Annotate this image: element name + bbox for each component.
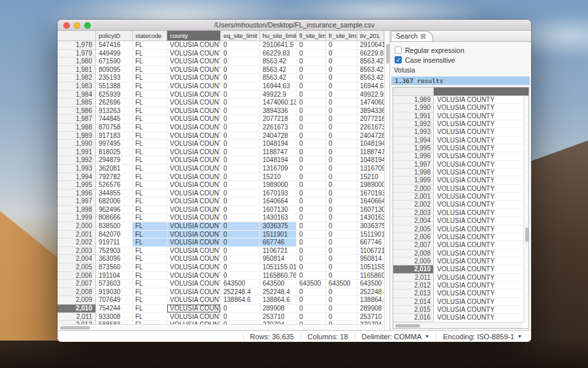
cell-statecode[interactable]: FL — [133, 124, 167, 132]
cell-fl_site_limit[interactable]: 0 — [297, 124, 326, 132]
search-results-horizontal-scrollbar[interactable] — [393, 322, 523, 328]
cell-tiv_201[interactable]: 3894336 — [357, 107, 384, 116]
cell-tiv_201[interactable]: 1511901 — [357, 231, 384, 239]
search-result-value[interactable]: VOLUSIA COUNTY — [434, 161, 529, 169]
cell-fl_site_limit[interactable]: 0 — [297, 50, 326, 58]
cell-county[interactable]: VOLUSIA COUNTY — [167, 313, 221, 322]
search-result-rownum[interactable]: 1,999 — [393, 176, 434, 184]
cell-policyID[interactable]: 625939 — [96, 91, 133, 99]
cell-hu_site_limit[interactable]: 252248.4 — [260, 288, 297, 297]
cell-tiv_201[interactable]: 1430163 — [357, 214, 384, 222]
search-result-value[interactable]: VOLUSIA COUNTY — [434, 128, 529, 136]
cell-policyID[interactable]: 752903 — [96, 247, 133, 256]
cell-statecode[interactable]: FL — [133, 58, 167, 66]
search-result-rownum[interactable]: 2,008 — [393, 250, 434, 258]
row-number-cell[interactable]: 2,006 — [57, 272, 96, 280]
cell-fr_site_limit[interactable]: 0 — [326, 156, 357, 165]
cell-policyID[interactable]: 547416 — [96, 41, 133, 50]
cell-fl_site_limit[interactable]: 0 — [297, 222, 326, 231]
cell-policyID[interactable]: 362081 — [96, 165, 133, 173]
row-number-cell[interactable]: 1,994 — [57, 173, 96, 182]
cell-fr_site_limit[interactable]: 0 — [326, 148, 357, 157]
row-number-cell[interactable]: 1,992 — [57, 156, 96, 165]
row-number-cell[interactable]: 1,981 — [57, 66, 96, 75]
cell-hu_site_limit[interactable]: 1430163 — [260, 214, 297, 222]
row-number-cell[interactable]: 2,010 — [57, 305, 96, 313]
row-number-cell[interactable]: 2,000 — [57, 222, 96, 231]
search-result-rownum[interactable]: 2,005 — [393, 226, 434, 233]
cell-tiv_201[interactable]: 667746 — [357, 239, 384, 247]
cell-tiv_201[interactable]: 1640664 — [357, 197, 384, 206]
row-number-cell[interactable]: 1,990 — [57, 140, 96, 148]
cell-hu_site_limit[interactable]: 1989000 — [260, 181, 297, 190]
search-result-rownum[interactable]: 2,009 — [393, 258, 434, 265]
cell-county[interactable]: VOLUSIA COUNTY — [167, 247, 221, 256]
cell-fr_site_limit[interactable]: 0 — [326, 272, 357, 280]
search-result-value[interactable]: VOLUSIA COUNTY — [434, 137, 529, 144]
search-result-value[interactable]: VOLUSIA COUNTY — [434, 233, 529, 241]
row-number-cell[interactable]: 1,980 — [57, 58, 96, 66]
cell-fr_site_limit[interactable]: 0 — [326, 231, 357, 239]
search-input[interactable]: Volusia — [393, 66, 529, 75]
cell-county[interactable]: VOLUSIA COUNTY — [167, 190, 221, 198]
cell-statecode[interactable]: FL — [133, 214, 167, 222]
cell-policyID[interactable]: 235193 — [96, 74, 133, 82]
cell-statecode[interactable]: FL — [133, 305, 167, 313]
row-number-cell[interactable]: 1,997 — [57, 197, 96, 206]
cell-eq_site_limit[interactable]: 0 — [221, 214, 260, 222]
cell-fl_site_limit[interactable]: 0 — [297, 156, 326, 165]
cell-tiv_201[interactable]: 1989000 — [357, 181, 384, 190]
row-number-cell[interactable]: 2,008 — [57, 288, 96, 297]
search-result-rownum[interactable]: 2,012 — [393, 282, 434, 290]
search-result-rownum[interactable]: 1,996 — [393, 152, 434, 160]
status-encoding[interactable]: Encoding: ISO-8859-1▼ — [436, 333, 529, 341]
cell-eq_site_limit[interactable]: 0 — [221, 272, 260, 280]
search-result-value[interactable]: VOLUSIA COUNTY — [434, 306, 529, 314]
cell-county[interactable]: VOLUSIA COUNTY — [167, 206, 221, 214]
cell-fr_site_limit[interactable]: 0 — [326, 288, 357, 297]
tab-search[interactable]: Search ⊠ — [391, 31, 433, 41]
row-number-cell[interactable]: 1,995 — [57, 181, 96, 190]
cell-hu_site_limit[interactable]: 1048194 — [260, 156, 297, 165]
cell-hu_site_limit[interactable]: 15210 — [260, 173, 297, 182]
cell-fr_site_limit[interactable]: 0 — [326, 107, 357, 116]
row-number-cell[interactable]: 1,984 — [57, 91, 96, 99]
cell-tiv_201[interactable]: 2910641.5 — [357, 41, 384, 50]
cell-hu_site_limit[interactable]: 1051155.01 — [260, 263, 297, 272]
cell-eq_site_limit[interactable]: 0 — [221, 91, 260, 99]
search-result-rownum[interactable]: 1,994 — [393, 137, 434, 144]
column-header-hu_site_limit[interactable]: hu_site_limit — [260, 31, 297, 41]
cell-hu_site_limit[interactable]: 8563.42 — [260, 58, 297, 66]
cell-fl_site_limit[interactable]: 0 — [297, 296, 326, 305]
cell-eq_site_limit[interactable]: 0 — [221, 148, 260, 157]
cell-hu_site_limit[interactable]: 253710 — [260, 313, 297, 322]
search-result-value[interactable]: VOLUSIA COUNTY — [434, 290, 529, 297]
cell-hu_site_limit[interactable]: 49922.9 — [260, 91, 297, 99]
search-result-rownum[interactable]: 2,006 — [393, 233, 434, 241]
cell-tiv_201[interactable]: 2261673 — [357, 124, 384, 132]
row-number-cell[interactable]: 1,978 — [57, 41, 96, 50]
cell-fr_site_limit[interactable]: 0 — [326, 50, 357, 58]
cell-hu_site_limit[interactable]: 3036375 — [260, 222, 297, 231]
cell-fr_site_limit[interactable]: 0 — [326, 115, 357, 124]
row-number-cell[interactable]: 2,002 — [57, 239, 96, 247]
cell-tiv_201[interactable]: 138864.6 — [357, 296, 384, 305]
search-result-rownum[interactable]: 2,000 — [393, 185, 434, 193]
cell-eq_site_limit[interactable]: 0 — [221, 222, 260, 231]
cell-policyID[interactable]: 671590 — [96, 58, 133, 66]
cell-fl_site_limit[interactable]: 0 — [297, 214, 326, 222]
cell-county[interactable]: VOLUSIA COUNTY — [167, 222, 221, 231]
cell-fl_site_limit[interactable]: 0 — [297, 107, 326, 116]
cell-policyID[interactable]: 809095 — [96, 66, 133, 75]
cell-tiv_201[interactable]: 2404728 — [357, 132, 384, 141]
cell-hu_site_limit[interactable]: 2910641.5 — [260, 41, 297, 50]
cell-eq_site_limit[interactable]: 0 — [221, 156, 260, 165]
cell-county[interactable]: VOLUSIA COUNTY — [167, 296, 221, 305]
cell-eq_site_limit[interactable]: 0 — [221, 313, 260, 322]
cell-tiv_201[interactable]: 49922.9 — [357, 91, 384, 99]
cell-tiv_201[interactable]: 1316709 — [357, 165, 384, 173]
cell-policyID[interactable]: 870758 — [96, 124, 133, 132]
cell-policyID[interactable]: 919711 — [96, 239, 133, 247]
cell-eq_site_limit[interactable]: 138864.6 — [221, 296, 260, 305]
dropdown-arrow-icon[interactable]: ▼ — [425, 333, 429, 341]
